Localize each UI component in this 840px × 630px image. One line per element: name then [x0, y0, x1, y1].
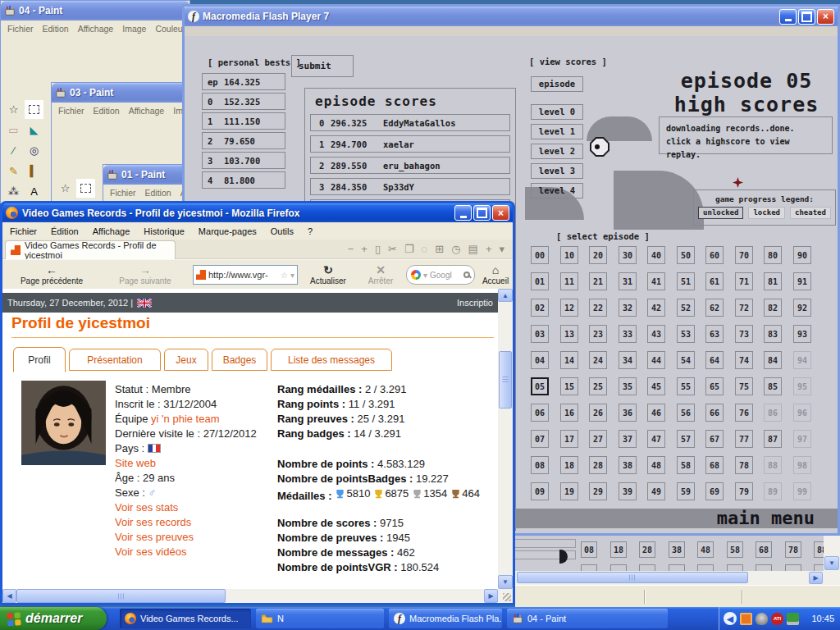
episode-cell-47[interactable]: 47	[647, 430, 665, 448]
episode-cell-32[interactable]: 32	[619, 299, 637, 317]
episode-cell-08[interactable]: 08	[531, 456, 549, 474]
episode-cell-41[interactable]: 41	[647, 272, 665, 290]
link-voir-ses-preuves[interactable]: Voir ses preuves	[115, 531, 194, 543]
background-horizontal-scrollbar[interactable]: ▶	[515, 571, 840, 585]
copy-icon[interactable]: ❐	[404, 243, 414, 255]
address-bar[interactable]: http://www.vgr- ☆ ▾	[193, 265, 298, 285]
url-dropdown-icon[interactable]: ▾	[290, 271, 294, 280]
menu-item-dition[interactable]: Édition	[51, 226, 79, 236]
episode-cell-42[interactable]: 42	[647, 299, 665, 317]
horizontal-scrollbar[interactable]: ◀ ▶	[2, 589, 498, 603]
episode-cell-19[interactable]: 19	[560, 482, 578, 500]
menu-item-fichier[interactable]: Fichier	[10, 226, 37, 236]
delete-icon[interactable]: ▯	[375, 243, 381, 255]
episode-cell-92[interactable]: 92	[793, 299, 811, 317]
episode-cell-25[interactable]: 25	[589, 377, 607, 395]
episode-cell-63[interactable]: 63	[705, 325, 724, 343]
stop-button[interactable]: ✕ Arrêter	[358, 261, 403, 289]
maximize-button[interactable]	[473, 205, 491, 221]
airbrush-tool-icon[interactable]: ⁂	[4, 182, 23, 201]
link-voir-ses-vid-os[interactable]: Voir ses vidéos	[115, 546, 186, 558]
scroll-right-icon[interactable]: ▶	[484, 589, 498, 603]
legend-locked[interactable]: locked	[748, 207, 785, 219]
tab-pr-sentation[interactable]: Présentation	[69, 349, 161, 371]
cut-icon[interactable]: ✂	[388, 243, 397, 255]
menu-item-affichage[interactable]: Affichage	[93, 226, 130, 236]
hardware-tray-icon[interactable]	[787, 613, 799, 625]
episode-cell-20[interactable]: 20	[589, 246, 607, 264]
episode-cell-77[interactable]: 77	[735, 430, 753, 448]
episode-cell-93[interactable]: 93	[793, 325, 811, 343]
eraser-tool-icon[interactable]: ▭	[4, 121, 23, 139]
episode-cell-38[interactable]: 38	[619, 456, 637, 474]
episode-cell-12[interactable]: 12	[560, 299, 578, 317]
scroll-down-icon[interactable]: ▼	[498, 575, 513, 589]
episode-cell-61[interactable]: 61	[705, 272, 724, 290]
menu-item-affichage[interactable]: Affichage	[129, 106, 165, 116]
scroll-left-icon[interactable]: ◀	[2, 589, 16, 603]
media-tray-icon[interactable]	[740, 613, 752, 625]
scrollbar-thumb[interactable]	[517, 572, 748, 583]
episode-cell-35[interactable]: 35	[619, 377, 637, 395]
view-level-0-button[interactable]: level 0	[531, 104, 583, 120]
scroll-up-icon[interactable]: ▲	[498, 289, 513, 302]
forward-button[interactable]: → Page suivante	[100, 261, 190, 289]
background-vertical-scrollbar[interactable]: ▼	[824, 536, 840, 571]
episode-cell-80[interactable]: 80	[764, 246, 782, 264]
search-box[interactable]: ▾ Googl	[406, 265, 475, 285]
titlebar-paint-04[interactable]: 04 - Paint	[1, 1, 189, 21]
link-voir-ses-stats[interactable]: Voir ses stats	[115, 501, 178, 514]
episode-cell-23[interactable]: 23	[589, 325, 607, 343]
personal-best-row[interactable]: ep164.325	[202, 73, 285, 90]
menu-item-marque-pages[interactable]: Marque-pages	[199, 226, 257, 236]
tab-liste-des-messages[interactable]: Liste des messages	[271, 349, 392, 371]
main-menu-button[interactable]: main menu	[717, 509, 815, 528]
episode-cell-84[interactable]: 84	[764, 351, 782, 369]
zoom-out-icon[interactable]: −	[348, 243, 354, 255]
episode-cell-99[interactable]: 99	[793, 482, 811, 500]
episode-cell-75[interactable]: 75	[735, 377, 753, 395]
hidden-icons-chevron[interactable]: ◀	[724, 612, 737, 625]
episode-cell-31[interactable]: 31	[619, 272, 637, 290]
home-button[interactable]: ⌂ Accueil	[477, 261, 514, 289]
episode-cell-30[interactable]: 30	[619, 246, 637, 264]
episode-cell-57[interactable]: 57	[677, 430, 695, 448]
episode-cell-01[interactable]: 01	[531, 272, 549, 290]
titlebar-paint-01[interactable]: 01 - Paint	[103, 165, 189, 185]
menu-item-affichage[interactable]: Affichage	[78, 24, 114, 34]
loading-icon[interactable]: ◌	[422, 243, 428, 255]
view-level-3-button[interactable]: level 3	[531, 163, 583, 179]
episode-cell-68[interactable]: 68	[705, 456, 724, 474]
menu-item-fichier[interactable]: Fichier	[58, 106, 84, 116]
submit-button[interactable]: submit	[291, 55, 354, 77]
episode-cell-70[interactable]: 70	[735, 246, 753, 264]
episode-cell-95[interactable]: 95	[793, 377, 811, 395]
personal-best-row[interactable]: 1111.150	[202, 112, 285, 130]
pencil-tool-icon[interactable]: ✎	[4, 162, 23, 180]
episode-cell-91[interactable]: 91	[793, 272, 811, 290]
menu-item-fichier[interactable]: Fichier	[110, 188, 136, 198]
episode-cell-67[interactable]: 67	[705, 430, 724, 448]
episode-cell-45[interactable]: 45	[647, 377, 665, 395]
episode-cell-46[interactable]: 46	[647, 404, 665, 422]
view-level-4-button[interactable]: level 4	[531, 183, 583, 199]
personal-best-row[interactable]: 3103.700	[202, 152, 285, 169]
search-engine-dropdown-icon[interactable]: ▾	[423, 271, 427, 280]
zoom-in-icon[interactable]: +	[361, 243, 368, 255]
history-icon[interactable]: ◷	[451, 243, 460, 255]
scroll-down-icon[interactable]: ▼	[824, 556, 839, 570]
minimize-button[interactable]	[454, 205, 472, 221]
personal-best-row[interactable]: 0152.325	[202, 93, 285, 110]
episode-cell-65[interactable]: 65	[705, 377, 724, 395]
episode-cell-13[interactable]: 13	[560, 325, 578, 343]
episode-cell-56[interactable]: 56	[677, 404, 695, 422]
episode-cell-07[interactable]: 07	[531, 430, 549, 448]
task-macromedia-flash-pla[interactable]: fMacromedia Flash Pla...	[389, 609, 502, 628]
episode-cell-29[interactable]: 29	[589, 482, 607, 500]
episode-cell-97[interactable]: 97	[793, 430, 811, 448]
episode-cell-59[interactable]: 59	[677, 482, 695, 500]
episode-cell-03[interactable]: 03	[531, 325, 549, 343]
menu-item-edition[interactable]: Edition	[43, 24, 69, 34]
uk-flag-icon[interactable]	[137, 299, 152, 308]
episode-cell-16[interactable]: 16	[560, 404, 578, 422]
